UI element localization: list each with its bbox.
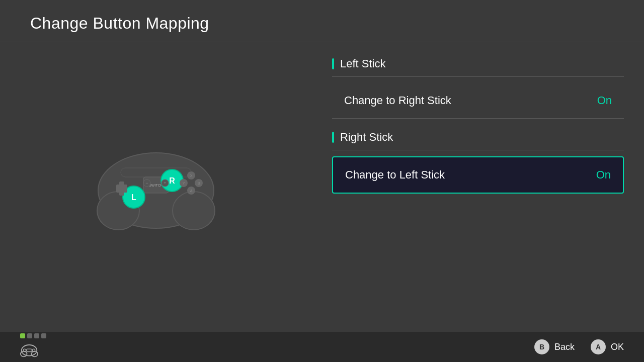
svg-text:+: +: [164, 180, 166, 186]
change-to-left-stick-row[interactable]: Change to Left Stick On: [332, 156, 624, 194]
left-stick-section-header: Left Stick: [332, 57, 624, 70]
a-button-key: A: [596, 343, 601, 351]
change-to-right-stick-row[interactable]: Change to Right Stick On: [332, 83, 624, 119]
svg-text:SWITCH: SWITCH: [149, 184, 163, 187]
svg-text:B: B: [198, 182, 200, 185]
b-button-key: B: [539, 343, 544, 351]
section-gap: [332, 119, 624, 131]
dot-1: [20, 333, 25, 338]
b-button-circle: B: [534, 339, 549, 354]
back-label: Back: [554, 342, 575, 352]
footer-dots: [20, 333, 46, 338]
dot-3: [34, 333, 39, 338]
settings-panel: Left Stick Change to Right Stick On Righ…: [312, 42, 644, 324]
left-stick-divider: [332, 76, 624, 77]
svg-rect-11: [116, 185, 127, 193]
controller-svg: SWITCH L R A B Y X: [91, 133, 221, 233]
change-to-left-stick-label: Change to Left Stick: [345, 168, 445, 182]
main-content: SWITCH L R A B Y X: [0, 42, 644, 324]
change-to-left-stick-value: On: [596, 168, 611, 182]
footer-controller-info: [20, 333, 46, 360]
section-bar-right: [332, 132, 334, 143]
section-bar-left: [332, 58, 334, 69]
change-to-right-stick-label: Change to Right Stick: [344, 94, 451, 107]
header: Change Button Mapping: [0, 0, 644, 42]
svg-text:A: A: [190, 189, 193, 193]
dot-4: [41, 333, 46, 338]
footer-left: [20, 333, 46, 360]
dot-2: [27, 333, 32, 338]
footer-controller-icon: [20, 340, 38, 358]
svg-text:−: −: [145, 180, 148, 186]
footer-right: B Back A OK: [534, 339, 624, 354]
a-button-circle: A: [591, 339, 606, 354]
svg-text:L: L: [131, 193, 136, 202]
svg-point-24: [22, 345, 37, 356]
controller-illustration: SWITCH L R A B Y X: [91, 133, 221, 233]
page-title: Change Button Mapping: [30, 14, 614, 33]
svg-text:Y: Y: [183, 182, 185, 185]
ok-button[interactable]: A OK: [591, 339, 624, 354]
left-stick-title: Left Stick: [340, 57, 385, 70]
back-button[interactable]: B Back: [534, 339, 575, 354]
svg-rect-27: [27, 349, 32, 351]
change-to-right-stick-value: On: [597, 94, 612, 107]
controller-panel: SWITCH L R A B Y X: [0, 42, 312, 324]
footer: B Back A OK: [0, 332, 644, 362]
ok-label: OK: [611, 342, 624, 352]
right-stick-title: Right Stick: [340, 131, 393, 144]
svg-text:R: R: [169, 176, 175, 185]
right-stick-section-header: Right Stick: [332, 131, 624, 144]
svg-text:X: X: [190, 174, 193, 177]
right-stick-divider: [332, 150, 624, 150]
svg-point-2: [173, 192, 215, 230]
